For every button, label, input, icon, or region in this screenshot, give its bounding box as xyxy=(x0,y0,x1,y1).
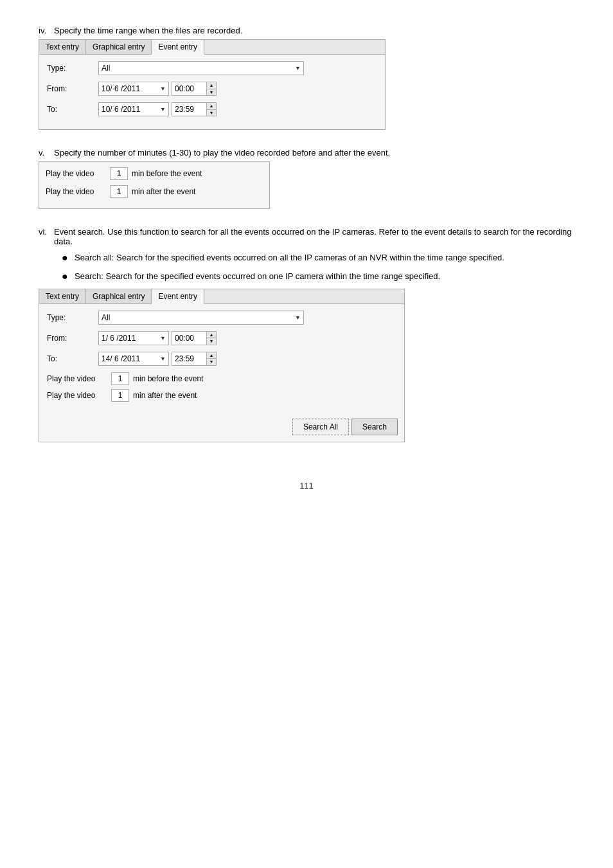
type-control-vi: All ▼ xyxy=(98,311,396,325)
to-time-down-vi[interactable]: ▼ xyxy=(207,359,216,365)
roman-vi: vi. xyxy=(39,227,50,237)
to-time-up-iv[interactable]: ▲ xyxy=(207,103,216,110)
from-row-iv: From: 10/ 6 /2011 ▼ 00:00 ▲ ▼ xyxy=(47,82,377,96)
play-after-suffix-v: min after the event xyxy=(132,187,195,196)
section-v: v. Specify the number of minutes (1-30) … xyxy=(39,148,574,209)
to-date-arrow-vi: ▼ xyxy=(160,356,166,362)
to-control-vi: 14/ 6 /2011 ▼ 23:59 ▲ ▼ xyxy=(98,352,396,366)
type-select-iv[interactable]: All ▼ xyxy=(98,61,304,75)
play-after-suffix-vi: min after the event xyxy=(133,391,197,400)
roman-iv: iv. xyxy=(39,26,50,35)
to-time-input-iv[interactable]: 23:59 xyxy=(172,102,207,116)
instruction-vi-text: Event search. Use this function to searc… xyxy=(54,227,574,246)
play-before-vi: Play the video 1 min before the event xyxy=(47,372,396,385)
from-label-vi: From: xyxy=(47,334,98,343)
play-before-suffix-vi: min before the event xyxy=(133,374,203,383)
play-after-value-vi[interactable]: 1 xyxy=(111,389,129,402)
type-row-iv: Type: All ▼ xyxy=(47,61,377,75)
type-select-vi[interactable]: All ▼ xyxy=(98,311,304,325)
from-time-input-iv[interactable]: 00:00 xyxy=(172,82,207,96)
from-time-down-iv[interactable]: ▼ xyxy=(207,89,216,96)
to-time-input-vi[interactable]: 23:59 xyxy=(172,352,207,366)
bullet-dot-1: ● xyxy=(62,251,72,265)
from-date-vi[interactable]: 1/ 6 /2011 ▼ xyxy=(98,331,169,345)
to-control-iv: 10/ 6 /2011 ▼ 23:59 ▲ ▼ xyxy=(98,102,377,116)
from-time-spinner-iv: ▲ ▼ xyxy=(207,82,217,96)
play-after-vi: Play the video 1 min after the event xyxy=(47,389,396,402)
play-before-value-vi[interactable]: 1 xyxy=(111,372,129,385)
section-iv: iv. Specify the time range when the file… xyxy=(39,26,574,130)
to-label-iv: To: xyxy=(47,105,98,114)
to-date-vi[interactable]: 14/ 6 /2011 ▼ xyxy=(98,352,169,366)
search-all-button[interactable]: Search All xyxy=(292,419,349,435)
section-vi: vi. Event search. Use this function to s… xyxy=(39,227,574,442)
to-date-iv[interactable]: 10/ 6 /2011 ▼ xyxy=(98,102,169,116)
from-control-iv: 10/ 6 /2011 ▼ 00:00 ▲ ▼ xyxy=(98,82,377,96)
to-time-up-vi[interactable]: ▲ xyxy=(207,352,216,359)
tab-graphical-entry-vi[interactable]: Graphical entry xyxy=(86,289,152,303)
type-label-vi: Type: xyxy=(47,313,98,322)
instruction-v: v. Specify the number of minutes (1-30) … xyxy=(39,148,574,158)
to-date-arrow-iv: ▼ xyxy=(160,106,166,113)
to-time-down-iv[interactable]: ▼ xyxy=(207,110,216,116)
to-row-iv: To: 10/ 6 /2011 ▼ 23:59 ▲ ▼ xyxy=(47,102,377,116)
play-before-label-vi: Play the video xyxy=(47,374,111,383)
from-date-arrow-iv: ▼ xyxy=(160,86,166,92)
from-row-vi: From: 1/ 6 /2011 ▼ 00:00 ▲ ▼ xyxy=(47,331,396,345)
panel-vi: Text entry Graphical entry Event entry T… xyxy=(39,289,405,442)
tab-event-entry-vi[interactable]: Event entry xyxy=(152,289,204,304)
to-row-vi: To: 14/ 6 /2011 ▼ 23:59 ▲ ▼ xyxy=(47,352,396,366)
from-time-up-vi[interactable]: ▲ xyxy=(207,332,216,339)
play-before-label-v: Play the video xyxy=(46,169,110,178)
from-time-down-vi[interactable]: ▼ xyxy=(207,338,216,345)
bullet-text-vi-1: Search all: Search for the specified eve… xyxy=(75,251,504,264)
bullet-vi-2: ● Search: Search for the specified event… xyxy=(62,270,574,284)
tab-content-vi: Type: All ▼ From: 1/ 6 /2011 ▼ xyxy=(39,304,404,413)
search-button[interactable]: Search xyxy=(351,419,398,435)
play-after-value-v[interactable]: 1 xyxy=(110,185,128,198)
play-before-v: Play the video 1 min before the event xyxy=(46,167,263,180)
type-select-arrow-vi: ▼ xyxy=(295,314,301,321)
to-time-vi: 23:59 ▲ ▼ xyxy=(172,352,217,366)
type-select-arrow-iv: ▼ xyxy=(295,65,301,71)
bullet-list-vi: ● Search all: Search for the specified e… xyxy=(62,251,574,284)
tab-event-entry-iv[interactable]: Event entry xyxy=(152,40,204,55)
to-time-spinner-vi: ▲ ▼ xyxy=(207,352,217,366)
instruction-v-text: Specify the number of minutes (1-30) to … xyxy=(54,148,390,158)
play-panel-v: Play the video 1 min before the event Pl… xyxy=(39,161,270,209)
instruction-vi: vi. Event search. Use this function to s… xyxy=(39,227,574,246)
instruction-iv-text: Specify the time range when the files ar… xyxy=(54,26,242,35)
button-row-vi: Search All Search xyxy=(39,413,404,442)
tab-graphical-entry-iv[interactable]: Graphical entry xyxy=(86,40,152,54)
bullet-dot-2: ● xyxy=(62,270,72,284)
play-after-label-vi: Play the video xyxy=(47,391,111,400)
from-date-iv[interactable]: 10/ 6 /2011 ▼ xyxy=(98,82,169,96)
play-before-value-v[interactable]: 1 xyxy=(110,167,128,180)
type-label-iv: Type: xyxy=(47,64,98,73)
to-time-spinner-iv: ▲ ▼ xyxy=(207,102,217,116)
tab-text-entry-vi[interactable]: Text entry xyxy=(39,289,86,303)
from-time-spinner-vi: ▲ ▼ xyxy=(207,331,217,345)
from-time-iv: 00:00 ▲ ▼ xyxy=(172,82,217,96)
from-time-up-iv[interactable]: ▲ xyxy=(207,82,216,89)
instruction-iv: iv. Specify the time range when the file… xyxy=(39,26,574,35)
tab-content-iv: Type: All ▼ From: 10/ 6 /2011 ▼ xyxy=(39,55,385,129)
from-date-arrow-vi: ▼ xyxy=(160,335,166,341)
play-after-label-v: Play the video xyxy=(46,187,110,196)
bullet-text-vi-2: Search: Search for the specified events … xyxy=(75,270,440,283)
play-after-v: Play the video 1 min after the event xyxy=(46,185,263,198)
from-time-input-vi[interactable]: 00:00 xyxy=(172,331,207,345)
tab-bar-iv: Text entry Graphical entry Event entry xyxy=(39,40,385,55)
bullet-vi-1: ● Search all: Search for the specified e… xyxy=(62,251,574,265)
to-time-iv: 23:59 ▲ ▼ xyxy=(172,102,217,116)
from-control-vi: 1/ 6 /2011 ▼ 00:00 ▲ ▼ xyxy=(98,331,396,345)
type-row-vi: Type: All ▼ xyxy=(47,311,396,325)
tab-text-entry-iv[interactable]: Text entry xyxy=(39,40,86,54)
from-label-iv: From: xyxy=(47,84,98,93)
panel-iv: Text entry Graphical entry Event entry T… xyxy=(39,39,386,130)
page-number: 111 xyxy=(39,481,574,491)
play-before-suffix-v: min before the event xyxy=(132,169,202,178)
to-label-vi: To: xyxy=(47,354,98,363)
roman-v: v. xyxy=(39,148,50,158)
tab-bar-vi: Text entry Graphical entry Event entry xyxy=(39,289,404,304)
